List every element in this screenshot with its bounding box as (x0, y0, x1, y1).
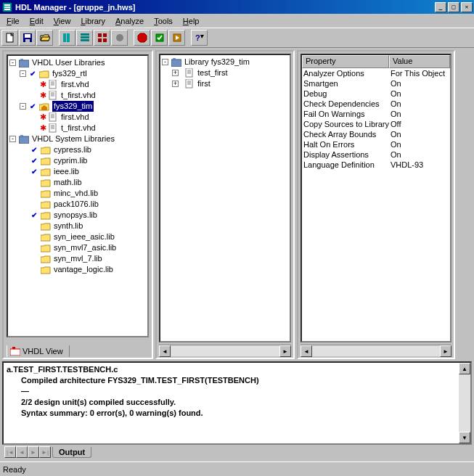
tree-syslib[interactable]: ✔synopsys.lib (9, 210, 146, 221)
checked-icon[interactable]: ✔ (30, 155, 38, 166)
checked-icon[interactable]: ✔ (28, 68, 37, 79)
properties-list[interactable]: Property Value Analyzer OptionsFor This … (301, 54, 451, 342)
checked-icon[interactable]: ✔ (30, 210, 38, 221)
property-row[interactable]: Language DefinitionVHDL-93 (302, 160, 450, 170)
library-tree[interactable]: -VHDL User Libraries-✔fys329_rtl✱first.v… (7, 54, 149, 337)
tree-syslib[interactable]: ✔cyprim.lib (9, 155, 146, 166)
nav-next-button[interactable]: ► (28, 446, 39, 458)
close-button[interactable]: ✕ (461, 2, 473, 12)
mid-tree-root[interactable]: -Library fys329_tim (162, 57, 288, 67)
tree-syslib[interactable]: vantage_logic.lib (9, 264, 146, 275)
property-row[interactable]: SmartgenOn (302, 78, 450, 89)
tree-syslib[interactable]: pack1076.lib (9, 199, 146, 210)
tree-lib[interactable]: -✔fys329_tim (9, 101, 146, 112)
scroll-track[interactable] (459, 374, 470, 432)
tree-syslib[interactable]: math.lib (9, 177, 146, 188)
menu-file[interactable]: File (1, 15, 25, 27)
tree-file[interactable]: ✱first.vhd (9, 112, 146, 123)
tool-a-button[interactable] (59, 30, 75, 46)
property-row[interactable]: Display AssertionsOn (302, 149, 450, 160)
expand-icon[interactable]: + (172, 70, 179, 76)
compile-button[interactable] (151, 30, 168, 46)
scroll-track[interactable] (312, 345, 440, 356)
collapse-icon[interactable]: - (162, 59, 168, 65)
svg-rect-41 (19, 136, 29, 144)
output-text[interactable]: a.TEST_FIRST.TESTBENCH.c Compiled archit… (4, 363, 470, 420)
workspace: -VHDL User Libraries-✔fys329_rtl✱first.v… (0, 48, 474, 361)
nav-prev-button[interactable]: ◄ (16, 446, 28, 458)
open-button[interactable] (36, 30, 53, 46)
value-column-header[interactable]: Value (389, 55, 450, 68)
menu-tools[interactable]: Tools (149, 15, 178, 27)
property-row[interactable]: Check Array BoundsOn (302, 129, 450, 139)
tree-file[interactable]: ✱t_first.vhd (9, 123, 146, 134)
folder-icon (40, 167, 52, 177)
menu-help[interactable]: Help (178, 15, 205, 27)
mid-tree-item[interactable]: +test_first (162, 67, 288, 78)
collapse-icon[interactable]: - (9, 60, 16, 66)
stop-button[interactable] (134, 30, 150, 46)
tab-vhdl-view[interactable]: VHDL View (7, 345, 70, 358)
checked-icon[interactable]: ✔ (30, 166, 38, 177)
right-scrollbar-h[interactable]: ◄ ► (301, 345, 451, 356)
property-row[interactable]: Halt On ErrorsOn (302, 139, 450, 149)
maximize-button[interactable]: □ (448, 2, 459, 12)
tool-c-button[interactable] (94, 30, 110, 46)
tree-root-sys[interactable]: -VHDL System Libraries (9, 134, 146, 144)
collapse-icon[interactable]: - (9, 136, 16, 142)
property-row[interactable]: Check DependenciesOn (302, 99, 450, 109)
property-row[interactable]: Analyzer OptionsFor This Object (302, 68, 450, 78)
scroll-left-button[interactable]: ◄ (301, 345, 312, 357)
tree-lib[interactable]: -✔fys329_rtl (9, 68, 146, 79)
scroll-up-button[interactable]: ▲ (459, 363, 470, 374)
minimize-button[interactable]: _ (435, 2, 446, 12)
checked-icon[interactable]: ✔ (30, 144, 38, 155)
mid-scrollbar-h[interactable]: ◄ ► (159, 345, 291, 356)
menu-analyze[interactable]: Analyze (110, 15, 149, 27)
tree-syslib[interactable]: ✔ieee.lib (9, 166, 146, 177)
tree-syslib[interactable]: synth.lib (9, 221, 146, 231)
svg-rect-51 (186, 79, 192, 88)
tree-file[interactable]: ✱first.vhd (9, 79, 146, 90)
folder-icon (40, 156, 52, 166)
tool-b-button[interactable] (76, 30, 93, 46)
scroll-right-button[interactable]: ► (279, 345, 291, 357)
nav-last-button[interactable]: ►| (39, 446, 51, 458)
run-button[interactable] (168, 30, 185, 46)
folder-icon (38, 69, 50, 79)
tree-root-user[interactable]: -VHDL User Libraries (9, 57, 146, 68)
save-button[interactable] (19, 30, 36, 46)
tree-syslib[interactable]: ✔cypress.lib (9, 144, 146, 155)
tree-file[interactable]: ✱t_first.vhd (9, 90, 146, 101)
scroll-track[interactable] (171, 345, 279, 356)
tree-syslib[interactable]: syn_mvl7_asic.lib (9, 242, 146, 253)
output-tab[interactable]: Output (52, 447, 91, 458)
mid-tree-item[interactable]: +first (162, 78, 288, 89)
svg-rect-23 (19, 60, 29, 67)
tree-syslib[interactable]: syn_ieee_asic.lib (9, 231, 146, 242)
menu-view[interactable]: View (49, 15, 76, 27)
menu-library[interactable]: Library (75, 15, 110, 27)
scroll-right-button[interactable]: ► (440, 345, 451, 357)
property-row[interactable]: Fail On WarningsOn (302, 109, 450, 119)
checked-icon[interactable]: ✔ (28, 101, 37, 112)
new-button[interactable] (1, 30, 18, 46)
menu-edit[interactable]: Edit (25, 15, 49, 27)
library-contents-tree[interactable]: -Library fys329_tim+test_first+first (159, 54, 291, 342)
record-button[interactable] (111, 30, 128, 46)
nav-first-button[interactable]: |◄ (4, 446, 16, 458)
scroll-down-button[interactable]: ▼ (459, 432, 470, 443)
collapse-icon[interactable]: - (20, 70, 26, 77)
output-scrollbar-v[interactable]: ▲ ▼ (459, 363, 470, 443)
scroll-left-button[interactable]: ◄ (159, 345, 171, 357)
tree-syslib[interactable]: minc_vhd.lib (9, 188, 146, 199)
collapse-icon[interactable]: - (20, 103, 26, 110)
expand-icon[interactable]: + (172, 81, 179, 87)
property-row[interactable]: Copy Sources to LibraryOff (302, 119, 450, 129)
svg-rect-37 (49, 123, 56, 132)
property-column-header[interactable]: Property (302, 55, 389, 68)
tree-syslib[interactable]: syn_mvl_7.lib (9, 253, 146, 264)
help-button[interactable]: ? (191, 30, 208, 46)
property-row[interactable]: DebugOn (302, 89, 450, 99)
output-line-5: Syntax summary: 0 error(s), 0 warning(s)… (21, 409, 203, 417)
